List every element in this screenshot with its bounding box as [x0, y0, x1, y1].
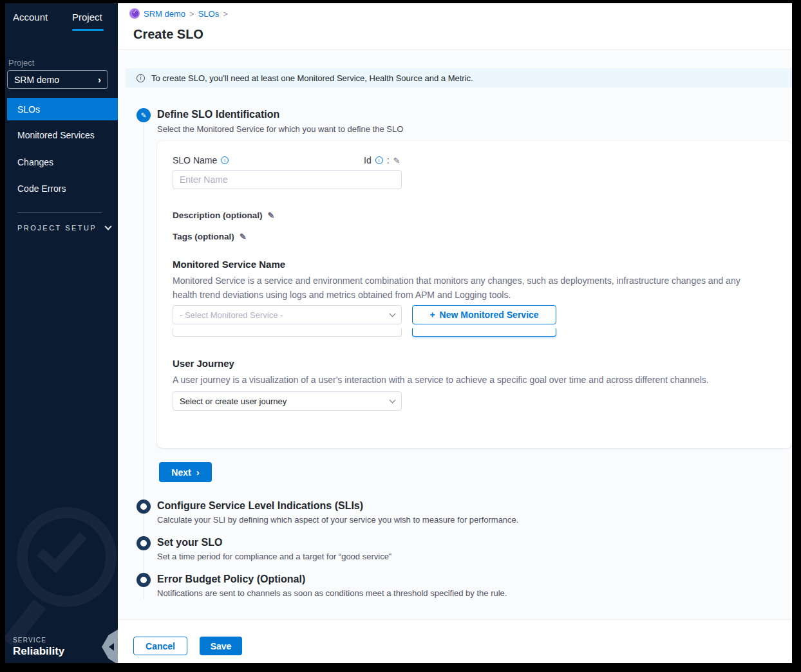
step4-title[interactable]: Error Budget Policy (Optional) — [157, 574, 305, 585]
step2-indicator[interactable] — [137, 499, 151, 514]
chevron-right-icon: › — [196, 467, 200, 478]
plus-icon: + — [429, 310, 435, 320]
user-journey-select-value: Select or create user journey — [180, 397, 287, 406]
project-scope-label: Project — [8, 58, 34, 68]
monitored-service-title: Monitored Service Name — [173, 259, 285, 270]
step2-title[interactable]: Configure Service Level Indications (SLI… — [157, 500, 363, 512]
edit-id-pencil-icon[interactable]: ✎ — [393, 156, 400, 165]
step3-title[interactable]: Set your SLO — [157, 537, 222, 548]
edit-description-pencil-icon[interactable]: ✎ — [268, 210, 275, 220]
chevron-down-icon — [390, 397, 396, 404]
monitored-service-select[interactable]: - Select Monitored Service - — [173, 305, 402, 324]
id-label-row: Id i : ✎ — [364, 155, 400, 165]
new-monitored-service-button-shadow — [412, 328, 556, 337]
main-area: SRM demo > SLOs > Create SLO i To create… — [118, 3, 792, 663]
sidebar-item-slos[interactable]: SLOs — [7, 98, 118, 120]
monitored-service-select-placeholder: - Select Monitored Service - — [180, 310, 283, 320]
project-setup-toggle[interactable]: PROJECT SETUP — [17, 224, 111, 232]
step1-title: Define SLO Identification — [157, 109, 279, 120]
step3-indicator[interactable] — [137, 536, 151, 550]
info-icon[interactable]: i — [375, 156, 383, 164]
pencil-icon: ✎ — [140, 111, 146, 120]
cancel-button[interactable]: Cancel — [133, 637, 187, 655]
project-selector[interactable]: SRM demo › — [7, 70, 108, 89]
sidebar-item-changes[interactable]: Changes — [17, 157, 53, 167]
new-monitored-service-label: New Monitored Service — [440, 310, 539, 320]
step4-subtitle: Notifications are sent to channels as so… — [157, 588, 507, 598]
project-setup-label: PROJECT SETUP — [17, 224, 97, 232]
step1-indicator[interactable]: ✎ — [137, 108, 151, 122]
breadcrumb: SRM demo > SLOs > — [129, 8, 228, 19]
module-brand-name: Reliability — [13, 645, 64, 658]
wizard-rail-line — [144, 123, 144, 599]
sidebar: Account Project Project SRM demo › SLOs … — [5, 3, 118, 663]
project-selector-value: SRM demo — [14, 75, 59, 85]
description-row[interactable]: Description (optional) ✎ — [173, 210, 274, 220]
tags-row[interactable]: Tags (optional) ✎ — [173, 232, 247, 241]
srm-module-icon — [129, 8, 140, 19]
user-journey-select[interactable]: Select or create user journey — [173, 391, 402, 411]
save-button[interactable]: Save — [200, 637, 242, 655]
next-button-label: Next — [171, 467, 191, 478]
breadcrumb-separator: > — [223, 9, 228, 19]
tab-project-underline — [72, 29, 104, 31]
app-window: Account Project Project SRM demo › SLOs … — [5, 3, 792, 663]
sidebar-item-code-errors[interactable]: Code Errors — [17, 183, 66, 194]
slo-identification-card: SLO Name i Id i : ✎ Description (optiona… — [157, 141, 792, 448]
slo-name-label-row: SLO Name i — [173, 155, 229, 165]
page-header: SRM demo > SLOs > Create SLO — [118, 3, 792, 50]
user-journey-description: A user journey is a visualization of a u… — [173, 373, 757, 387]
chevron-down-icon — [105, 223, 112, 230]
info-icon[interactable]: i — [221, 156, 229, 164]
breadcrumb-link-slos[interactable]: SLOs — [198, 9, 220, 19]
info-icon: i — [137, 74, 145, 82]
step2-subtitle: Calculate your SLI by defining which asp… — [157, 515, 518, 525]
page-title: Create SLO — [133, 27, 203, 42]
breadcrumb-link-project[interactable]: SRM demo — [144, 9, 185, 19]
id-label: Id — [364, 155, 372, 165]
monitored-service-description: Monitored Service is a service and envir… — [173, 274, 757, 302]
description-label: Description (optional) — [173, 210, 263, 220]
slo-name-input[interactable] — [173, 170, 402, 189]
page-content: i To create SLO, you'll need at least on… — [118, 51, 792, 619]
slo-name-label: SLO Name — [173, 155, 217, 165]
sidebar-divider — [17, 212, 102, 213]
sidebar-item-label: SLOs — [17, 104, 40, 115]
id-colon: : — [387, 155, 390, 165]
monitored-service-select-shadow — [173, 328, 402, 337]
new-monitored-service-button[interactable]: + New Monitored Service — [412, 305, 556, 324]
sidebar-item-monitored-services[interactable]: Monitored Services — [17, 130, 95, 140]
tab-project[interactable]: Project — [72, 12, 102, 23]
user-journey-title: User Journey — [173, 358, 234, 369]
next-button[interactable]: Next › — [159, 462, 212, 482]
step4-indicator[interactable] — [137, 573, 151, 587]
info-banner-text: To create SLO, you'll need at least one … — [151, 73, 473, 83]
step3-subtitle: Set a time period for compliance and a t… — [157, 552, 391, 561]
breadcrumb-separator: > — [189, 9, 194, 19]
chevron-down-icon — [390, 311, 396, 317]
module-brand-kicker: SERVICE — [13, 637, 46, 644]
tab-account[interactable]: Account — [13, 12, 48, 23]
step1-subtitle: Select the Monitored Service for which y… — [157, 124, 403, 134]
edit-tags-pencil-icon[interactable]: ✎ — [240, 232, 247, 241]
collapse-left-arrow-icon — [109, 643, 114, 651]
chevron-right-icon: › — [98, 74, 101, 85]
tags-label: Tags (optional) — [173, 232, 234, 241]
info-banner: i To create SLO, you'll need at least on… — [126, 68, 792, 88]
footer-bar: Cancel Save — [118, 619, 792, 663]
